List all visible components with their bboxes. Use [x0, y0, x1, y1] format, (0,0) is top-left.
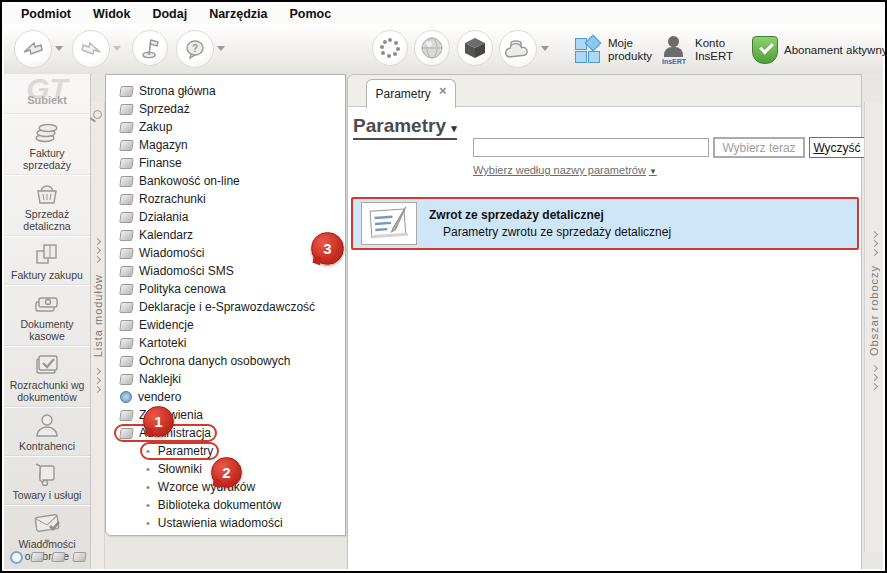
tree-item-icon	[119, 158, 134, 169]
tree-item[interactable]: Polityka cenowa	[114, 280, 341, 298]
view-toggle-icon[interactable]	[10, 551, 23, 564]
mini-module-icon-3[interactable]	[72, 552, 86, 562]
tab-parametry[interactable]: Parametry ×	[366, 79, 456, 108]
svg-text:?: ?	[192, 43, 198, 54]
sidebar-view-switcher	[4, 547, 90, 567]
module-shortcut[interactable]: Rozrachunki wg dokumentów	[4, 346, 90, 407]
chevron-right-icon	[94, 377, 101, 384]
content-area: Magazyn: - MAP - Magazyn pomocniczy ▼ Br…	[91, 74, 883, 569]
tree-item[interactable]: Kalendarz	[114, 226, 341, 244]
menu-item[interactable]: Widok	[82, 7, 141, 21]
filter-by-name-link[interactable]: Wybierz według nazwy parametrów▼	[473, 164, 657, 176]
tree-item[interactable]: Sprzedaż	[114, 100, 341, 118]
forward-button[interactable]	[72, 30, 110, 68]
cube-icon	[463, 36, 487, 60]
tree-item-icon	[119, 302, 134, 313]
tree-item[interactable]: Finanse	[114, 154, 341, 172]
tree-item[interactable]: Magazyn	[114, 136, 341, 154]
konto-insert-label: Konto InsERT	[695, 37, 741, 63]
services-button[interactable]	[372, 30, 408, 66]
tree-item[interactable]: Deklaracje i e-Sprawozdawczość	[114, 298, 341, 316]
parameter-document-icon	[361, 202, 417, 245]
tree-item-icon	[119, 410, 134, 421]
chevron-right-icon	[94, 247, 101, 254]
tree-item[interactable]: Zakup	[114, 118, 341, 136]
obszar-roboczy-strip[interactable]: Obszar roboczy	[864, 102, 883, 552]
module-icon	[30, 411, 64, 439]
chevron-right-icon	[94, 256, 101, 263]
module-shortcut[interactable]: Towary i usługi	[4, 456, 90, 505]
result-item-zwrot[interactable]: Zwrot ze sprzedaży detalicznej Parametry…	[351, 197, 859, 250]
lista-modulow-label: Lista modułów	[92, 274, 104, 357]
mini-module-icon-1[interactable]	[30, 552, 44, 562]
module-icon	[30, 509, 64, 537]
konto-insert-button[interactable]: InsERT Konto InsERT	[659, 30, 741, 70]
tree-item[interactable]: Wiadomości	[114, 244, 341, 262]
result-text: Zwrot ze sprzedaży detalicznej Parametry…	[429, 208, 671, 239]
tree-item[interactable]: Ochrona danych osobowych	[114, 352, 341, 370]
back-button[interactable]	[14, 30, 52, 68]
tree-item-icon	[119, 374, 134, 385]
title-dropdown-icon: ▾	[451, 122, 457, 134]
module-shortcut[interactable]: Faktury sprzedaży	[4, 114, 90, 175]
module-icon	[30, 240, 64, 268]
tree-item[interactable]: Rozrachunki	[114, 190, 341, 208]
annotation-step-2: 2	[211, 457, 242, 488]
online-sphere-button[interactable]	[414, 30, 450, 66]
more-modules-icon[interactable]: ▼	[4, 537, 90, 547]
tree-item[interactable]: Bankowość on-line	[114, 172, 341, 190]
tree-item-icon	[119, 122, 134, 133]
tree-item[interactable]: Ustawienia wiadomości	[114, 514, 341, 532]
parameter-search-input[interactable]	[473, 138, 709, 157]
cloud-dropdown-icon[interactable]	[541, 46, 549, 51]
wybierz-teraz-button[interactable]: Wybierz teraz	[713, 137, 805, 158]
tree-item-icon	[119, 338, 134, 349]
tab-strip: Parametry ×	[348, 75, 861, 107]
mini-module-icon-2[interactable]	[51, 552, 65, 562]
module-shortcut[interactable]: Dokumenty kasowe	[4, 285, 90, 346]
tree-item[interactable]: Kartoteki	[114, 334, 341, 352]
module-sidebar: GT Subiekt Faktury sprzedaży Sprzedaż de…	[4, 74, 91, 569]
cloud-button[interactable]	[499, 30, 537, 68]
tree-item[interactable]: Działania	[114, 208, 341, 226]
module-shortcut[interactable]: Sprzedaż detaliczna	[4, 175, 90, 236]
module-shortcut-list: Faktury sprzedaży Sprzedaż detaliczna Fa…	[4, 114, 90, 545]
chevron-right-icon	[870, 365, 877, 372]
tree-item[interactable]: vendero	[114, 388, 341, 406]
tree-item[interactable]: Naklejki	[114, 370, 341, 388]
tree-item-icon	[119, 428, 134, 439]
module-shortcut[interactable]: Faktury zakupu	[4, 236, 90, 285]
globe-icon	[420, 36, 444, 60]
help-icon: ?	[184, 38, 206, 60]
forward-dropdown-icon[interactable]	[113, 46, 121, 51]
pin-icon[interactable]	[93, 110, 102, 119]
module-shortcut[interactable]: Kontrahenci	[4, 407, 90, 456]
tree-item[interactable]: Ewidencje	[114, 316, 341, 334]
flag-button[interactable]	[132, 30, 168, 66]
app-name: Subiekt	[4, 94, 90, 106]
abonament-button[interactable]: Abonament aktywny	[752, 30, 887, 70]
page-title[interactable]: Parametry ▾	[353, 115, 457, 140]
wyczysc-button[interactable]: Wyczyść	[809, 137, 865, 158]
tree-item-icon	[119, 194, 134, 205]
menu-item[interactable]: Dodaj	[141, 7, 198, 21]
cube-button[interactable]	[457, 30, 493, 66]
abonament-label: Abonament aktywny	[784, 44, 887, 57]
module-icon	[30, 350, 64, 378]
help-button[interactable]: ?	[176, 30, 214, 68]
tab-close-icon[interactable]: ×	[439, 86, 447, 96]
help-dropdown-icon[interactable]	[217, 46, 225, 51]
menu-item[interactable]: Narzędzia	[198, 7, 278, 21]
lista-modulow-strip[interactable]: Lista modułów	[91, 102, 105, 569]
chevron-right-icon	[870, 383, 877, 390]
tree-item[interactable]: Strona główna	[114, 82, 341, 100]
result-title: Zwrot ze sprzedaży detalicznej	[429, 208, 671, 222]
tree-item[interactable]: Wiadomości SMS	[114, 262, 341, 280]
tree-item[interactable]: Biblioteka dokumentów	[114, 496, 341, 514]
menu-item[interactable]: Pomoc	[278, 7, 342, 21]
module-icon	[30, 179, 64, 207]
menu-item[interactable]: Podmiot	[10, 7, 82, 21]
module-icon	[30, 289, 64, 317]
module-icon	[30, 118, 64, 146]
back-dropdown-icon[interactable]	[55, 46, 63, 51]
